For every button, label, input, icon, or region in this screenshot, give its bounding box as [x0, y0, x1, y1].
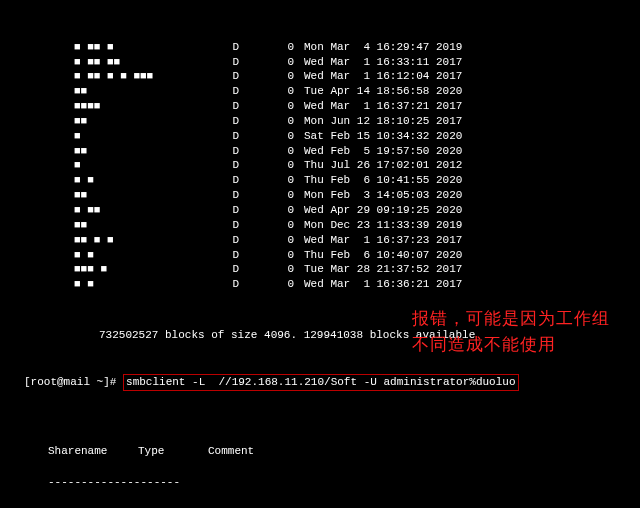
dir-row: ■■ ■ ■D0Wed Mar 1 16:37:23 2017	[74, 233, 616, 248]
dir-row: ■■D0Mon Jun 12 18:10:25 2017	[74, 114, 616, 129]
dir-row: ■■■■D0Wed Mar 1 16:37:21 2017	[74, 99, 616, 114]
dir-row: ■D0Thu Jul 26 17:02:01 2012	[74, 158, 616, 173]
dir-row: ■ ■D0Wed Mar 1 16:36:21 2017	[74, 277, 616, 292]
dir-row: ■ ■■ ■■D0Wed Mar 1 16:33:11 2017	[74, 55, 616, 70]
dir-row: ■■D0Wed Feb 5 19:57:50 2020	[74, 144, 616, 159]
dir-row: ■ ■D0Thu Feb 6 10:41:55 2020	[74, 173, 616, 188]
dir-row: ■■D0Mon Feb 3 14:05:03 2020	[74, 188, 616, 203]
dir-row: ■ ■■ ■ ■ ■■■D0Wed Mar 1 16:12:04 2017	[74, 69, 616, 84]
dir-row: ■ ■■ ■D0Mon Mar 4 16:29:47 2019	[74, 40, 616, 55]
dir-row: ■■D0Tue Apr 14 18:56:58 2020	[74, 84, 616, 99]
highlighted-command-1: smbclient -L //192.168.11.210/Soft -U ad…	[123, 374, 518, 391]
annotation-text: 报错，可能是因为工作组 不同造成不能使用	[412, 306, 610, 357]
dir-row: ■■■ ■D0Tue Mar 28 21:37:52 2017	[74, 262, 616, 277]
dir-row: ■■D0Mon Dec 23 11:33:39 2019	[74, 218, 616, 233]
dir-row: ■ ■D0Thu Feb 6 10:40:07 2020	[74, 248, 616, 263]
dir-row: ■ ■■D0Wed Apr 29 09:19:25 2020	[74, 203, 616, 218]
terminal-output: ■ ■■ ■D0Mon Mar 4 16:29:47 2019■ ■■ ■■D0…	[24, 10, 616, 484]
dir-row: ■D0Sat Feb 15 10:34:32 2020	[74, 129, 616, 144]
prompt-line-1[interactable]: [root@mail ~]# smbclient -L //192.168.11…	[24, 374, 616, 391]
